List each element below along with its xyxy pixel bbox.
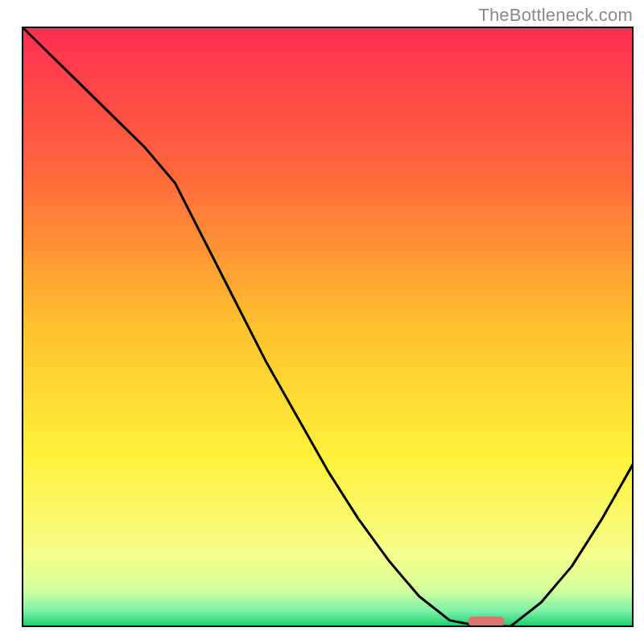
svg-rect-2 bbox=[468, 617, 504, 626]
watermark-text: TheBottleneck.com bbox=[478, 5, 633, 26]
chart-svg bbox=[0, 0, 644, 644]
bottleneck-chart: TheBottleneck.com bbox=[0, 0, 644, 644]
